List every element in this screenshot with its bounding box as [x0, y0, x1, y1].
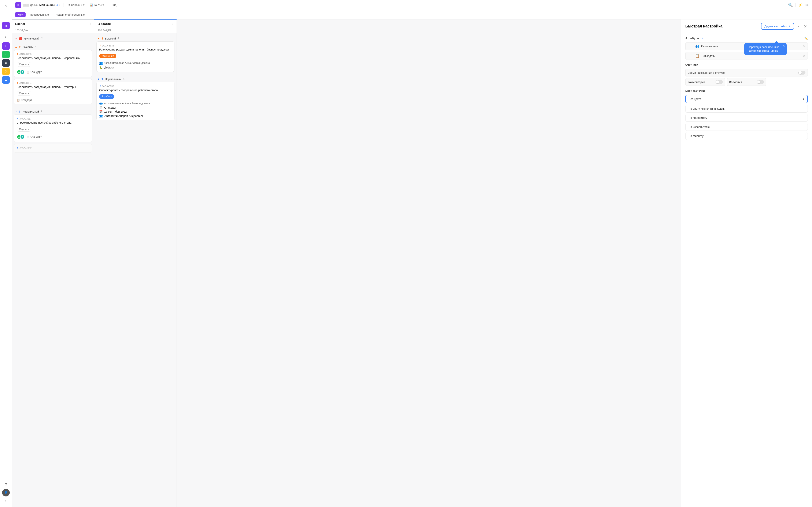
attr-icon-assignees: 👥: [695, 44, 700, 48]
attr-drag-assignees[interactable]: ⋮⋮: [688, 45, 694, 48]
priority-header-high-backlog[interactable]: ▲ ⬆ Высокий 4: [14, 44, 92, 50]
main-area: П ⬜⬜ Доска Мой канбан 4 ▾ ≡ Список 4 ▾ 📊…: [12, 0, 812, 507]
toggle-comments[interactable]: [716, 80, 723, 84]
card-color-option-priority[interactable]: По приоритету: [686, 114, 808, 122]
attr-icon-tasktype: 📋: [695, 54, 700, 58]
task-3634-status-badge[interactable]: Сделать: [17, 91, 31, 96]
app-purple[interactable]: П: [2, 22, 10, 30]
filter-tab-my[interactable]: Мои: [15, 12, 26, 17]
filter-tab-recent[interactable]: Недавно обновлённые: [53, 12, 87, 17]
panel-title: Быстрая настройка: [686, 24, 722, 29]
col-backlog-collapse[interactable]: ‹: [90, 22, 91, 25]
task-3637-type-label: Стандарт: [31, 135, 42, 138]
col-backlog-body: ▼ 🔴 Критический 2 ▲ ⬆ Высокий 4: [12, 33, 94, 507]
task-3635-status-badge[interactable]: Уточнение: [99, 54, 116, 58]
task-3638-type-icon: 📋: [99, 106, 103, 109]
sidebar-settings-icon[interactable]: ⚙: [2, 481, 10, 488]
topbar-view-gantt[interactable]: 📊 Гант 4 ▾: [88, 3, 106, 7]
user-avatar-icon[interactable]: 👤: [2, 489, 10, 496]
topbar-separator-1: [63, 3, 63, 7]
col-backlog-title: Бэклог: [15, 22, 26, 25]
card-color-option-assignee[interactable]: По исполнителю: [686, 123, 808, 131]
sidebar-expand-icon[interactable]: ›: [2, 497, 10, 505]
chevron-normal-ip: ▲: [97, 77, 100, 80]
home-icon[interactable]: ⌂: [2, 2, 10, 10]
attributes-edit-icon[interactable]: ✏️: [804, 37, 808, 40]
other-settings-button[interactable]: Другие настройки ↗: [761, 23, 794, 30]
card-color-dropdown[interactable]: Без цвета ▾: [686, 95, 808, 103]
filter-tab-overdue[interactable]: Просроченные: [27, 12, 51, 17]
col-inprogress-body: ▲ ⬆ Высокий 4 ⬆ JAGA-3635 Реализовать ра…: [94, 33, 176, 507]
task-3637-status[interactable]: Сделать: [17, 127, 89, 133]
app-cloud[interactable]: ☁: [2, 76, 10, 83]
card-color-option-filter[interactable]: По фильтру: [686, 132, 808, 140]
priority-header-critical-backlog[interactable]: ▼ 🔴 Критический 2: [14, 36, 92, 41]
task-3638-status[interactable]: В работе: [99, 94, 172, 101]
task-3634-status[interactable]: Сделать: [17, 91, 89, 97]
attr-remove-assignees[interactable]: ✕: [803, 44, 805, 48]
app-check[interactable]: ✓: [2, 51, 10, 58]
task-3633-status[interactable]: Сделать: [17, 62, 89, 68]
app-emoji[interactable]: ☺: [2, 68, 10, 75]
panel-more-icon[interactable]: ⋮: [796, 23, 801, 30]
priority-header-normal-backlog[interactable]: ▲ ⬆ Нормальный 4: [14, 109, 92, 114]
attr-drag-tasktype[interactable]: ⋮⋮: [688, 54, 694, 58]
task-card-3634[interactable]: ⬆ JAGA-3634 Реализовать раздел админ пан…: [14, 79, 92, 104]
counter-comments-label: Комментарии: [688, 80, 705, 83]
task-3637-status-badge[interactable]: Сделать: [17, 127, 31, 131]
task-card-3637[interactable]: ⬆ JAGA-3637 Спроектировать настройку раб…: [14, 114, 92, 142]
priority-header-high-inprogress[interactable]: ▲ ⬆ Высокий 4: [96, 36, 174, 41]
task-3635-status[interactable]: Уточнение: [99, 54, 172, 60]
app-bars[interactable]: ≡: [2, 59, 10, 67]
counters-section: Счётчики Время нахождения в статусе Комм…: [686, 63, 808, 86]
col-inprogress-collapse[interactable]: ‹: [172, 22, 173, 25]
col-inprogress-title: В работе: [98, 22, 111, 25]
chevron-critical-backlog: ▼: [15, 37, 17, 40]
topbar-board-path: ⬜⬜ Доска Мой канбан 4 ▾: [23, 3, 60, 7]
task-3633-status-badge[interactable]: Сделать: [17, 62, 31, 67]
kanban-title-dropdown[interactable]: ▾: [59, 4, 60, 7]
priority-header-normal-inprogress[interactable]: ▲ ⬆ Нормальный 4: [96, 76, 174, 82]
task-3638-type-row: 📋 Стандарт: [99, 106, 172, 109]
card-color-dropdown-icon: ▾: [803, 97, 804, 101]
high-priority-label: Высокий: [22, 45, 34, 49]
tooltip-close-icon[interactable]: ✕: [782, 44, 785, 48]
normal-ip-priority-count: 4: [123, 77, 124, 80]
search-icon[interactable]: 🔍: [788, 3, 793, 7]
attributes-badge: 2/5: [700, 37, 703, 40]
high-priority-count: 4: [35, 45, 37, 48]
task-card-3633[interactable]: ⬆ JAGA-3633 Реализовать раздел админ пан…: [14, 50, 92, 77]
avatar-3633-2: Т: [20, 70, 25, 74]
counter-time-in-status: Время нахождения в статусе: [686, 69, 808, 76]
critical-priority-icon: 🔴: [18, 37, 22, 40]
normal-priority-icon: ⬆: [18, 110, 21, 113]
gantt-icon: 📊: [90, 3, 93, 7]
chevron-right-top[interactable]: ›: [2, 11, 10, 18]
panel-close-icon[interactable]: ✕: [803, 23, 808, 30]
app-i[interactable]: i: [2, 42, 10, 50]
task-card-3640[interactable]: ⬆ JAGA-3640: [14, 144, 92, 153]
filter-icon[interactable]: ⚡: [798, 3, 803, 7]
task-card-3635[interactable]: ⬆ JAGA-3635 Реализовать раздел админ пан…: [96, 41, 174, 72]
priority-group-high-backlog: ▲ ⬆ Высокий 4 ⬆ JAGA-3633 Реализовать ра…: [14, 44, 92, 106]
right-panel: Быстрая настройка Другие настройки ↗ ⋮ ✕…: [681, 19, 812, 507]
task-3637-title: Спроектировать настройку рабочего стола: [17, 121, 89, 125]
task-3634-type: 📋 Стандарт: [17, 99, 32, 102]
sidebar-nav-icon[interactable]: ›: [2, 33, 10, 41]
add-view-button[interactable]: + Вид: [107, 3, 118, 7]
task-3637-type: 📋 Стандарт: [27, 135, 42, 138]
task-3638-type-label: Стандарт: [104, 106, 116, 109]
settings-gear-icon[interactable]: ⚙: [805, 3, 809, 7]
card-color-option-type[interactable]: По цвету иконки типа задачи: [686, 105, 808, 113]
task-3633-avatars: А Т: [17, 70, 25, 74]
task-3638-assignee-row: 👥 Исполнительская Анна Александровна: [99, 102, 172, 105]
toggle-attachments[interactable]: [757, 80, 764, 84]
task-3638-assignee-icon: 👥: [99, 102, 103, 105]
task-3638-status-badge[interactable]: В работе: [99, 94, 114, 99]
topbar-right: 🔍 ⚡ ⚙: [788, 3, 809, 7]
topbar-view-list[interactable]: ≡ Список 4 ▾: [67, 3, 86, 7]
task-card-3638[interactable]: ⬆ JAGA-3638 Спроектировать отображение р…: [96, 82, 174, 120]
task-3640-id: ⬆ JAGA-3640: [17, 147, 89, 149]
attr-remove-tasktype[interactable]: ✕: [803, 54, 805, 58]
toggle-time[interactable]: [798, 71, 805, 74]
